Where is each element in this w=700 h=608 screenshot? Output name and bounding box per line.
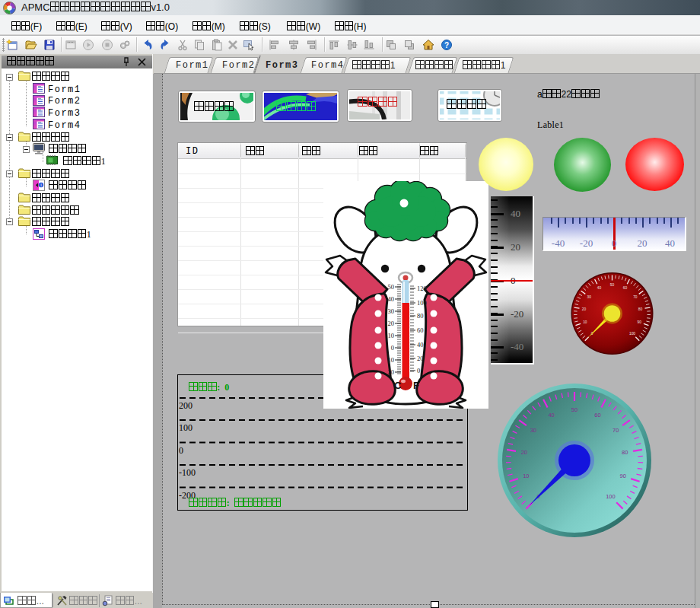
svg-text:20: 20: [388, 368, 395, 376]
svg-text:50: 50: [388, 283, 395, 291]
svg-text:40: 40: [597, 286, 602, 290]
svg-text:20: 20: [417, 355, 424, 362]
svg-text:20: 20: [521, 449, 527, 456]
svg-text:10: 10: [388, 332, 395, 339]
svg-text:80: 80: [622, 449, 628, 456]
svg-text:30: 30: [388, 307, 395, 315]
svg-text:60: 60: [594, 412, 600, 419]
svg-text:0: 0: [391, 344, 394, 352]
svg-text:70: 70: [612, 427, 619, 434]
svg-text:30: 30: [530, 427, 536, 434]
svg-text:F: F: [413, 380, 419, 391]
svg-text:10: 10: [523, 473, 529, 479]
svg-text:60: 60: [623, 286, 628, 290]
svg-text:0: 0: [417, 367, 420, 374]
svg-text:10: 10: [583, 320, 587, 324]
svg-text:70: 70: [633, 295, 638, 299]
svg-text:40: 40: [388, 295, 395, 303]
svg-text:40: 40: [417, 341, 424, 349]
svg-text:90: 90: [638, 320, 642, 324]
svg-text:50: 50: [571, 406, 578, 413]
svg-text:20: 20: [388, 320, 395, 327]
svg-text:10: 10: [388, 356, 395, 364]
svg-text:80: 80: [417, 312, 424, 320]
svg-text:100: 100: [629, 332, 635, 336]
svg-text:100: 100: [417, 299, 427, 307]
svg-text:90: 90: [620, 473, 626, 479]
svg-text:120: 120: [417, 285, 427, 292]
svg-text:20: 20: [582, 307, 587, 311]
svg-text:50: 50: [610, 283, 615, 287]
svg-text:30: 30: [587, 295, 592, 299]
svg-text:80: 80: [638, 307, 643, 311]
svg-text:?: ?: [444, 41, 449, 49]
svg-text:C: C: [394, 380, 402, 391]
svg-text:40: 40: [548, 412, 554, 419]
svg-text:60: 60: [417, 326, 424, 334]
svg-text:100: 100: [606, 493, 616, 500]
